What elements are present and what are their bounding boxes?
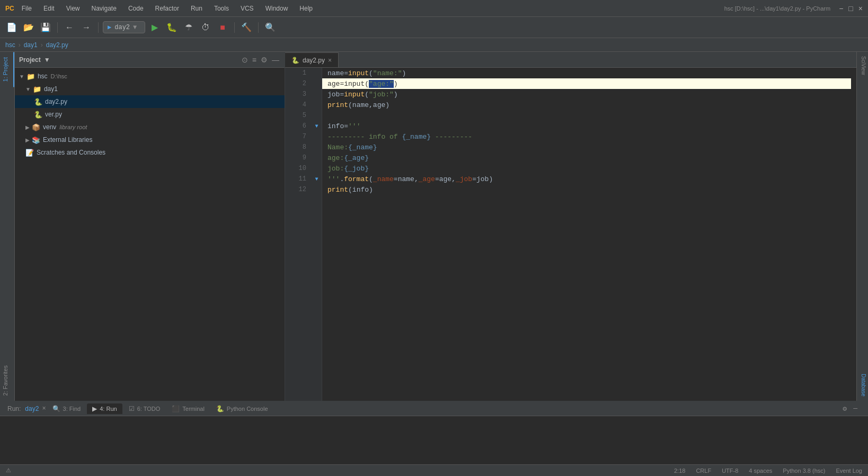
project-label: Project (19, 56, 41, 64)
app-logo: PC (5, 5, 14, 12)
debug-button[interactable]: 🐛 (164, 20, 179, 35)
breadcrumb-day1[interactable]: day1 (24, 41, 38, 49)
tab-close-button[interactable]: × (328, 57, 332, 64)
fold-marker-6[interactable]: ▼ (312, 121, 322, 131)
tree-item-venv[interactable]: ▶ 📦 venv library root (15, 121, 285, 133)
search-everywhere-button[interactable]: 🔍 (263, 20, 278, 35)
save-button[interactable]: 💾 (38, 20, 53, 35)
menu-code[interactable]: Code (126, 4, 146, 13)
toolbar-separator-4 (258, 22, 259, 33)
ext-lib-icon: 📚 (32, 136, 40, 144)
tree-item-day1[interactable]: ▼ 📁 day1 (15, 83, 285, 95)
editor-area: 🐍 day2.py × 1 2 3 4 5 6 7 8 9 10 11 12 (285, 52, 856, 401)
sidebar-tab-favorites[interactable]: 2: Favorites (0, 360, 14, 401)
toolbar-separator-1 (57, 22, 58, 33)
run-button[interactable]: ▶ (147, 20, 162, 35)
right-tab-sciview[interactable]: SciView (857, 52, 868, 79)
locate-file-button[interactable]: ⊙ (241, 55, 249, 65)
window-title: hsc [D:\hsc] - ...\day1\day2.py - PyChar… (724, 5, 831, 12)
line-num-2: 2 (285, 78, 306, 89)
collapse-all-button[interactable]: ≡ (251, 55, 258, 65)
hsc-expand-arrow: ▼ (19, 74, 24, 79)
stop-button[interactable]: ■ (215, 20, 230, 35)
git-warning-icon[interactable]: ⚠ (4, 467, 13, 474)
close-button[interactable]: × (858, 4, 863, 13)
code-str-dashes1: --------- info of (327, 133, 402, 141)
right-tab-database[interactable]: Database (857, 370, 868, 401)
menu-navigate[interactable]: Navigate (90, 4, 119, 13)
bottom-content (0, 416, 868, 464)
run-tab-close[interactable]: × (42, 405, 46, 412)
new-file-button[interactable]: 📄 (4, 20, 19, 35)
code-format-age: {_age} (344, 154, 369, 162)
menu-vcs[interactable]: VCS (238, 4, 256, 13)
run-config-selector[interactable]: ▶ day2 ▼ (103, 21, 145, 33)
event-log-button[interactable]: Event Log (834, 468, 864, 474)
code-str-job: "job:" (369, 91, 394, 98)
panel-dropdown-icon[interactable]: ▼ (44, 56, 50, 64)
line-num-12: 12 (285, 184, 306, 195)
tree-item-hsc[interactable]: ▼ 📁 hsc D:\hsc (15, 70, 285, 83)
indent-setting[interactable]: 4 spaces (747, 468, 774, 474)
editor-tab-day2py[interactable]: 🐍 day2.py × (285, 52, 339, 67)
profile-button[interactable]: ⏱ (198, 20, 213, 35)
code-line-12: print(info) (327, 184, 856, 195)
code-fn-print2: print (327, 186, 348, 194)
bottom-tab-python-console[interactable]: 🐍 Python Console (211, 403, 273, 414)
ext-lib-expand-arrow: ▶ (25, 137, 30, 143)
line-endings[interactable]: CRLF (694, 468, 713, 474)
run-icon: ▶ (92, 405, 97, 412)
window-controls[interactable]: − □ × (839, 4, 863, 13)
tab-label: day2.py (303, 57, 325, 64)
menu-file[interactable]: File (20, 4, 34, 13)
code-str-dashes2: --------- (431, 133, 472, 141)
menu-window[interactable]: Window (263, 4, 290, 13)
panel-hide-button[interactable]: — (271, 55, 280, 65)
sidebar-tab-project[interactable]: 1: Project (0, 52, 14, 87)
bottom-hide-button[interactable]: — (851, 403, 860, 414)
python-console-icon: 🐍 (216, 405, 224, 412)
toolbar: 📄 📂 💾 ← → ▶ day2 ▼ ▶ 🐛 ☂ ⏱ ■ 🔨 🔍 (0, 17, 868, 38)
menu-refactor[interactable]: Refactor (153, 4, 181, 13)
minimize-button[interactable]: − (839, 4, 843, 13)
tree-item-day2py[interactable]: 🐍 day2.py (15, 95, 285, 108)
menu-view[interactable]: View (64, 4, 82, 13)
cursor-position[interactable]: 2:18 (672, 468, 687, 474)
menu-tools[interactable]: Tools (212, 4, 231, 13)
code-editor[interactable]: 1 2 3 4 5 6 7 8 9 10 11 12 ▼ (285, 68, 856, 401)
menu-edit[interactable]: Edit (41, 4, 57, 13)
code-line-6: info=''' (327, 121, 856, 131)
bottom-settings-button[interactable]: ⚙ (840, 403, 849, 414)
tree-item-external-libraries[interactable]: ▶ 📚 External Libraries (15, 133, 285, 146)
tree-item-scratches[interactable]: 📝 Scratches and Consoles (15, 146, 285, 159)
hsc-label: hsc (38, 73, 48, 80)
tree-item-verpy[interactable]: 🐍 ver.py (15, 108, 285, 121)
line-num-6: 6 (285, 121, 306, 131)
open-button[interactable]: 📂 (21, 20, 36, 35)
run-config-dropdown-icon[interactable]: ▼ (133, 24, 137, 31)
file-encoding[interactable]: UTF-8 (720, 468, 740, 474)
bottom-tab-todo[interactable]: ☑ 6: TODO (123, 403, 166, 414)
bottom-tab-find[interactable]: 🔍 3: Find (47, 403, 86, 414)
menu-help[interactable]: Help (297, 4, 315, 13)
menu-bar[interactable]: File Edit View Navigate Code Refactor Ru… (20, 4, 315, 13)
back-button[interactable]: ← (62, 20, 77, 35)
maximize-button[interactable]: □ (848, 4, 853, 13)
fold-marker-11[interactable]: ▼ (312, 174, 322, 184)
coverage-button[interactable]: ☂ (181, 20, 196, 35)
breadcrumb-day2py[interactable]: day2.py (46, 41, 68, 49)
day1-label: day1 (44, 85, 58, 93)
code-param-age: _age (419, 175, 435, 183)
code-var-job1: job (327, 91, 340, 98)
menu-run[interactable]: Run (189, 4, 205, 13)
build-button[interactable]: 🔨 (239, 20, 254, 35)
breadcrumb-hsc[interactable]: hsc (5, 41, 15, 49)
bottom-tab-run[interactable]: ▶ 4: Run (87, 403, 122, 414)
code-line-9: age:{_age} (327, 152, 856, 163)
panel-settings-button[interactable]: ⚙ (260, 55, 269, 65)
code-lines[interactable]: name=input("name:") age=input("age:") jo… (322, 68, 856, 401)
forward-button[interactable]: → (79, 20, 94, 35)
python-version[interactable]: Python 3.8 (hsc) (781, 468, 827, 474)
verpy-icon: 🐍 (34, 111, 42, 119)
bottom-tab-terminal[interactable]: ⬛ Terminal (166, 403, 210, 414)
